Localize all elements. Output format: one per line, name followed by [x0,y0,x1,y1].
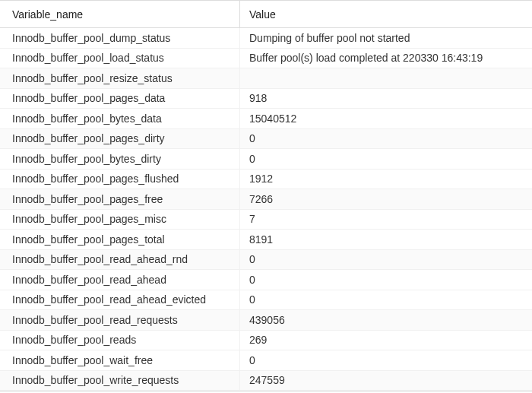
table-row[interactable]: Innodb_buffer_pool_pages_data918 [0,89,532,109]
table-row[interactable]: Innodb_buffer_pool_wait_free0 [0,350,532,371]
cell-value: 7 [240,213,532,225]
cell-value: 7266 [240,193,532,205]
cell-variable-name: Innodb_buffer_pool_pages_data [0,89,240,109]
status-table: Variable_name Value Innodb_buffer_pool_d… [0,0,532,391]
table-row[interactable]: Innodb_buffer_pool_bytes_dirty0 [0,149,532,170]
cell-variable-name: Innodb_buffer_pool_read_requests [0,310,240,330]
cell-variable-name: Innodb_buffer_pool_read_ahead_rnd [0,250,240,270]
column-header-name[interactable]: Variable_name [0,1,240,27]
cell-value: 15040512 [240,113,532,125]
cell-variable-name: Innodb_buffer_pool_bytes_dirty [0,149,240,169]
cell-value: 0 [240,274,532,286]
cell-value: 1912 [240,173,532,185]
table-row[interactable]: Innodb_buffer_pool_bytes_data15040512 [0,109,532,129]
table-row[interactable]: Innodb_buffer_pool_dump_statusDumping of… [0,28,532,49]
cell-value: 0 [240,354,532,366]
table-row[interactable]: Innodb_buffer_pool_pages_flushed1912 [0,170,532,190]
cell-value: 0 [240,153,532,165]
cell-value: 247559 [240,374,532,386]
table-row[interactable]: Innodb_buffer_pool_pages_dirty0 [0,129,532,150]
table-row[interactable]: Innodb_buffer_pool_read_ahead_rnd0 [0,250,532,271]
table-row[interactable]: Innodb_buffer_pool_resize_status [0,68,532,89]
table-row[interactable]: Innodb_buffer_pool_read_ahead_evicted0 [0,290,532,311]
table-row[interactable]: Innodb_buffer_pool_write_requests247559 [0,371,532,391]
table-header-row: Variable_name Value [0,1,532,28]
cell-value: 918 [240,92,532,104]
cell-variable-name: Innodb_buffer_pool_read_ahead_evicted [0,290,240,310]
cell-value: Buffer pool(s) load completed at 220330 … [240,52,532,64]
cell-variable-name: Innodb_buffer_pool_read_ahead [0,270,240,290]
cell-value: 269 [240,334,532,346]
cell-value: 8191 [240,233,532,246]
table-row[interactable]: Innodb_buffer_pool_pages_total8191 [0,230,532,250]
cell-variable-name: Innodb_buffer_pool_reads [0,331,240,350]
table-row[interactable]: Innodb_buffer_pool_pages_misc7 [0,210,532,230]
cell-variable-name: Innodb_buffer_pool_pages_free [0,189,240,209]
cell-variable-name: Innodb_buffer_pool_write_requests [0,371,240,391]
table-row[interactable]: Innodb_buffer_pool_read_requests439056 [0,310,532,331]
cell-variable-name: Innodb_buffer_pool_load_status [0,49,240,68]
cell-variable-name: Innodb_buffer_pool_pages_flushed [0,170,240,189]
table-row[interactable]: Innodb_buffer_pool_read_ahead0 [0,270,532,290]
cell-value: 439056 [240,314,532,326]
column-header-value[interactable]: Value [240,8,532,21]
table-row[interactable]: Innodb_buffer_pool_load_statusBuffer poo… [0,49,532,69]
cell-value: 0 [240,253,532,265]
cell-value: Dumping of buffer pool not started [240,32,532,44]
cell-variable-name: Innodb_buffer_pool_pages_dirty [0,129,240,149]
cell-variable-name: Innodb_buffer_pool_pages_total [0,230,240,249]
cell-value: 0 [240,293,532,306]
table-row[interactable]: Innodb_buffer_pool_pages_free7266 [0,189,532,210]
cell-variable-name: Innodb_buffer_pool_resize_status [0,68,240,88]
cell-variable-name: Innodb_buffer_pool_dump_status [0,28,240,48]
table-row[interactable]: Innodb_buffer_pool_reads269 [0,331,532,351]
cell-variable-name: Innodb_buffer_pool_bytes_data [0,109,240,128]
table-body: Innodb_buffer_pool_dump_statusDumping of… [0,28,532,391]
cell-variable-name: Innodb_buffer_pool_pages_misc [0,210,240,230]
cell-value: 0 [240,132,532,144]
cell-variable-name: Innodb_buffer_pool_wait_free [0,350,240,370]
